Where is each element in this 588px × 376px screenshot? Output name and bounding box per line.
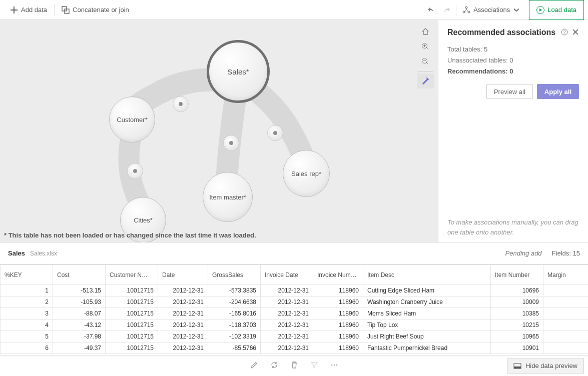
table-cell: 118960 [313,331,363,342]
undo-icon [427,6,435,14]
data-preview-table: %KEYCostCustomer N…DateGrossSalesInvoice… [0,264,588,355]
column-header[interactable]: Date [158,265,208,285]
close-panel-button[interactable] [572,28,579,37]
table-cell: 2012-12-31 [158,285,208,296]
association-joint[interactable] [127,163,143,179]
table-cell: 10901 [491,342,543,354]
hide-data-preview-label: Hide data preview [525,362,577,370]
table-cell: 10012715 [106,331,158,342]
table-row[interactable]: 3-88.07100127152012-12-31-165.80162012-1… [1,308,589,320]
table-cell: 10965 [491,331,543,342]
column-header[interactable]: Item Number [491,265,543,285]
table-row[interactable]: 6-49.37100127152012-12-31-85.57662012-12… [1,342,589,354]
association-joint[interactable] [223,135,239,151]
canvas-tools [417,24,434,88]
add-data-label: Add data [21,6,47,14]
column-header[interactable]: Invoice Num… [313,265,363,285]
load-data-button[interactable]: Load data [529,0,584,20]
table-cell: -204.6638 [208,296,261,308]
table-cell: 2012-12-31 [158,296,208,308]
pencil-icon [250,361,258,369]
edit-button[interactable] [250,361,258,370]
magic-wand-button[interactable] [417,74,434,88]
bottom-toolbar: Hide data preview [0,355,588,376]
refresh-button[interactable] [270,361,278,370]
table-cell: -118.3703 [208,320,261,331]
more-button[interactable] [330,361,338,370]
table-cell [543,331,589,342]
redo-button[interactable] [439,2,455,18]
table-bubble-customer[interactable]: Customer* [109,96,155,142]
recommendations-panel: Recommended associations ? Total tables:… [438,20,588,242]
table-cell: 3 [1,308,53,320]
hide-data-preview-button[interactable]: Hide data preview [507,358,584,374]
table-cell: 2012-12-31 [261,342,313,354]
table-cell: 10009 [491,296,543,308]
table-cell: 118960 [313,285,363,296]
table-cell: 5 [1,331,53,342]
column-header[interactable]: Cost [53,265,106,285]
table-bubble-sales[interactable]: Sales* [207,40,270,103]
column-header[interactable]: GrossSales [208,265,261,285]
zoom-in-button[interactable] [417,39,434,54]
column-header[interactable]: Margin [543,265,589,285]
table-cell: 118960 [313,296,363,308]
chevron-down-icon [513,6,520,14]
table-cell: 2 [1,296,53,308]
association-joint[interactable] [267,125,283,141]
table-cell: 10012715 [106,308,158,320]
table-row[interactable]: 4-43.12100127152012-12-31-118.37032012-1… [1,320,589,331]
table-cell: 10696 [491,285,543,296]
filter-button[interactable] [310,361,318,370]
redo-icon [443,6,451,14]
delete-button[interactable] [290,361,298,370]
table-cell: Cutting Edge Sliced Ham [363,285,491,296]
associations-dropdown[interactable]: Associations [457,2,525,18]
table-row[interactable]: 2-105.93100127152012-12-31-204.66382012-… [1,296,589,308]
preview-field-count: Fields: 15 [552,250,580,257]
trash-icon [290,361,298,369]
home-icon [421,28,429,36]
column-header[interactable]: %KEY [1,265,53,285]
table-cell [543,342,589,354]
table-cell: 10012715 [106,285,158,296]
table-cell: 10012715 [106,342,158,354]
table-cell: 2012-12-31 [261,296,313,308]
association-joint[interactable] [173,96,189,112]
table-bubble-item-master[interactable]: Item master* [203,172,253,222]
help-button[interactable]: ? [561,28,568,37]
table-cell: -88.07 [53,308,106,320]
refresh-icon [270,361,278,369]
zoom-out-button[interactable] [417,54,434,69]
table-row[interactable]: 5-37.98100127152012-12-31-102.33192012-1… [1,331,589,342]
svg-point-10 [333,364,335,366]
preview-table-name: Sales [8,250,25,257]
magic-wand-icon [421,77,429,85]
table-cell: 10012715 [106,320,158,331]
home-view-button[interactable] [417,24,434,39]
apply-all-button[interactable]: Apply all [537,84,579,99]
preview-all-button[interactable]: Preview all [486,84,533,99]
total-tables-stat: Total tables: 5 [447,44,579,55]
table-row[interactable]: 1-513.15100127152012-12-31-573.38352012-… [1,285,589,296]
top-toolbar: Add data Concatenate or join Association… [0,0,588,20]
table-cell: 118960 [313,342,363,354]
table-cell: 10215 [491,320,543,331]
undo-button[interactable] [423,2,439,18]
column-header[interactable]: Item Desc [363,265,491,285]
table-cell [543,308,589,320]
table-cell: -102.3319 [208,331,261,342]
association-canvas[interactable]: Sales* Customer* Cities* Item master* Sa… [0,20,438,242]
table-cell [543,320,589,331]
table-cell: 2012-12-31 [158,308,208,320]
add-data-button[interactable]: Add data [4,0,53,20]
column-header[interactable]: Customer N… [106,265,158,285]
plus-icon [10,6,18,14]
panel-icon [513,362,521,370]
table-cell: 118960 [313,308,363,320]
table-cell: -85.5766 [208,342,261,354]
column-header[interactable]: Invoice Date [261,265,313,285]
table-bubble-sales-rep[interactable]: Sales rep* [283,150,330,197]
concatenate-button[interactable]: Concatenate or join [56,0,135,20]
table-cell: Just Right Beef Soup [363,331,491,342]
